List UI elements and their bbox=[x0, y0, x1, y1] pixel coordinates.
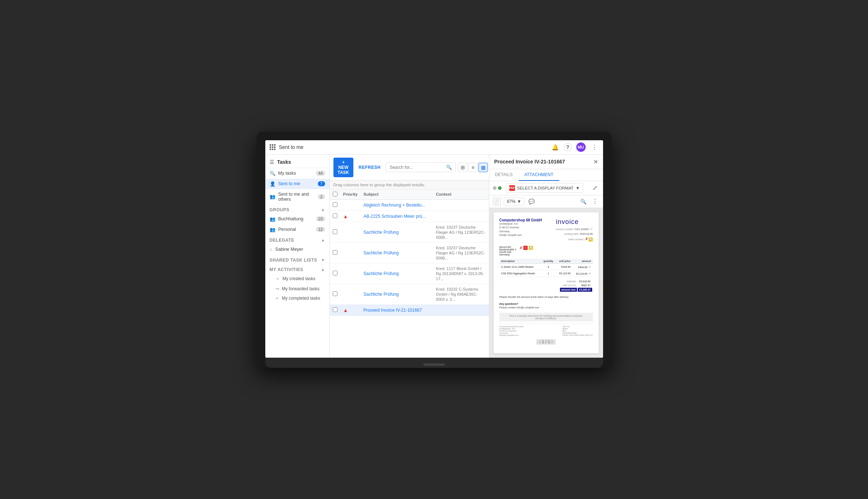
detail-header: Proceed Invoice IV-21-101667 ✕ bbox=[489, 155, 603, 169]
page-total: 1 bbox=[548, 340, 550, 344]
row-checkbox-3[interactable] bbox=[333, 229, 337, 234]
col-description: description bbox=[499, 259, 541, 264]
vat-label: VAT (19 %) bbox=[560, 284, 577, 287]
format-select-button[interactable]: PDF SELECT A DISPLAY FORMAT ▼ bbox=[506, 183, 583, 193]
chevron-down-icon: ▼ bbox=[576, 186, 580, 190]
sample-banner: This is a sample document for training a… bbox=[499, 313, 593, 321]
page-current: 1 bbox=[542, 340, 544, 344]
row-subject-1[interactable]: Abgleich Rechnung + Bestellu... bbox=[361, 199, 433, 211]
page-nav[interactable]: ‹ 1 / 1 › bbox=[536, 339, 556, 345]
sidebar-title: Tasks bbox=[277, 159, 291, 165]
table-row[interactable]: ▲ AB-2225 Schrauben Meier prü... bbox=[330, 211, 489, 222]
search-box: 🔍 bbox=[386, 162, 456, 172]
col-priority-header[interactable]: Priority bbox=[340, 190, 361, 200]
row-subject-4[interactable]: Sachliche Prüfung bbox=[361, 242, 433, 263]
view-btn-list[interactable]: ≡ bbox=[468, 163, 478, 172]
sidebar-item-sabine-meyer[interactable]: ○ Sabine Meyer bbox=[265, 244, 329, 255]
table-row[interactable]: Abgleich Rechnung + Bestellu... bbox=[330, 199, 489, 211]
help-icon[interactable]: ? bbox=[564, 143, 572, 151]
task-table: Priority Subject Context Abgleich Rechnu… bbox=[330, 190, 489, 358]
detail-tabs: DETAILS ATTACHMENT bbox=[489, 169, 603, 181]
sidebar-item-sent-to-me[interactable]: 👤 Sent to me 7 bbox=[265, 179, 329, 189]
dot-gray bbox=[493, 186, 497, 190]
row-subject-6[interactable]: Sachliche Prüfung bbox=[361, 284, 433, 304]
table-row[interactable]: ▲ Proceed Invoice IV-21-101667 bbox=[330, 304, 489, 316]
badge-my-tasks: 44 bbox=[316, 171, 325, 176]
table-row[interactable]: Sachliche Prüfung Kred. 1117 Blonk GmbH … bbox=[330, 263, 489, 284]
search-doc-icon[interactable]: 🔍 bbox=[579, 197, 588, 206]
screen: Sent to me 🔔 ? MU ⋮ ☰ Tasks 🔍 My task bbox=[265, 140, 603, 358]
table-row[interactable]: Sachliche Prüfung Kred. 10232 C-Systems … bbox=[330, 284, 489, 304]
comment-icon[interactable]: 💬 bbox=[527, 197, 535, 205]
tab-attachment[interactable]: ATTACHMENT bbox=[519, 169, 559, 181]
check-mark-1: ✓ bbox=[590, 227, 593, 231]
row-subject-2[interactable]: AB-2225 Schrauben Meier prü... bbox=[361, 211, 433, 222]
sidebar-item-sent-to-me-and-others[interactable]: 👥 Sent to me and others 2 bbox=[265, 189, 329, 204]
row-checkbox-5[interactable] bbox=[333, 271, 337, 275]
tab-details[interactable]: DETAILS bbox=[489, 169, 519, 181]
row-checkbox-1[interactable] bbox=[333, 202, 337, 207]
row-checkbox-4[interactable] bbox=[333, 250, 337, 255]
annotation-bubble-3: 💬 bbox=[529, 246, 533, 250]
zoom-selector[interactable]: 87% ▼ bbox=[504, 197, 525, 205]
row-subject-7[interactable]: Proceed Invoice IV-21-101667 bbox=[361, 304, 433, 316]
chevron-groups-icon[interactable]: ▲ bbox=[321, 208, 325, 212]
sidebar-item-buchhaltung[interactable]: 👥 Buchhaltung 23 bbox=[265, 214, 329, 224]
page-view-icon[interactable]: 📄 bbox=[493, 197, 501, 205]
invoice-company-block: Computershop 68 GmbH Schildarpstr. 6-8 D… bbox=[499, 218, 542, 237]
fullscreen-icon[interactable]: ⤢ bbox=[591, 184, 599, 192]
row-checkbox-7[interactable] bbox=[333, 307, 337, 312]
row-subject-5[interactable]: Sachliche Prüfung bbox=[361, 263, 433, 284]
recipient-address: docurs AG Musterstraße 1 24145 Kiel Germ… bbox=[499, 246, 516, 256]
badge-sent-to-me-and-others: 2 bbox=[318, 194, 325, 199]
sidebar-item-my-forwarded-tasks[interactable]: ↪ My forwarded tasks bbox=[265, 284, 329, 294]
more-menu-icon[interactable]: ⋮ bbox=[590, 143, 599, 151]
col-context-header[interactable]: Context bbox=[433, 190, 489, 200]
sidebar-item-my-created-tasks[interactable]: ＋ My created tasks bbox=[265, 274, 329, 284]
table-row[interactable]: Sachliche Prüfung Kred. 10237 Deutsche F… bbox=[330, 222, 489, 242]
status-dots bbox=[493, 186, 502, 190]
pdf-icon: PDF bbox=[509, 185, 515, 191]
badge-sent-to-me: 7 bbox=[318, 181, 325, 186]
avatar[interactable]: MU bbox=[576, 142, 586, 152]
item-desc-2: CSE 9532 Aggregation Router bbox=[499, 270, 541, 277]
order-num-label: order number: bbox=[568, 238, 584, 241]
chevron-delegate-icon[interactable]: ▲ bbox=[321, 238, 325, 242]
page-next-icon[interactable]: › bbox=[551, 340, 552, 344]
page-prev-icon[interactable]: ‹ bbox=[539, 340, 540, 344]
row-checkbox-2[interactable] bbox=[333, 213, 337, 218]
vat-value: €687.57 bbox=[578, 284, 592, 287]
refresh-button[interactable]: REFRESH bbox=[356, 163, 383, 172]
addr-line-1: Schildarpstr. 6-8 bbox=[499, 222, 542, 226]
row-context-5: Kred. 1117 Blonk GmbH / Rg 2013/80587 v.… bbox=[433, 263, 489, 284]
attachment-toolbar: PDF SELECT A DISPLAY FORMAT ▼ ⤢ bbox=[489, 181, 603, 195]
search-input[interactable] bbox=[390, 165, 444, 170]
view-btn-detail[interactable]: ▦ bbox=[478, 163, 488, 172]
laptop-bottom bbox=[265, 358, 603, 368]
more-doc-icon[interactable]: ⋮ bbox=[591, 197, 599, 206]
row-subject-3[interactable]: Sachliche Prüfung bbox=[361, 222, 433, 242]
sidebar-item-my-completed-tasks[interactable]: ✓ My completed tasks bbox=[265, 294, 329, 303]
group-icon-buchhaltung: 👥 bbox=[270, 216, 275, 222]
search-icon: 🔍 bbox=[270, 171, 275, 176]
row-checkbox-6[interactable] bbox=[333, 291, 337, 296]
amount-due-label: amount due bbox=[560, 288, 577, 292]
col-unit-price: unit price bbox=[556, 259, 572, 264]
select-all-checkbox[interactable] bbox=[333, 192, 337, 196]
col-subject-header[interactable]: Subject bbox=[361, 190, 433, 200]
col-checkbox-header bbox=[330, 190, 340, 200]
grid-icon[interactable] bbox=[270, 144, 275, 150]
sidebar-item-personal[interactable]: 👥 Personal 12 bbox=[265, 224, 329, 235]
chevron-shared-icon[interactable]: ▼ bbox=[321, 258, 325, 262]
chevron-activities-icon[interactable]: ▲ bbox=[321, 267, 325, 271]
sidebar-item-my-tasks[interactable]: 🔍 My tasks 44 bbox=[265, 168, 329, 179]
laptop-frame: Sent to me 🔔 ? MU ⋮ ☰ Tasks 🔍 My task bbox=[257, 132, 612, 368]
view-btn-grid[interactable]: ⊞ bbox=[458, 163, 468, 172]
table-row[interactable]: Sachliche Prüfung Kred. 10237 Deutsche F… bbox=[330, 242, 489, 263]
invoice-container: Computershop 68 GmbH Schildarpstr. 6-8 D… bbox=[489, 208, 603, 358]
row-priority-6 bbox=[340, 284, 361, 304]
row-priority-2: ▲ bbox=[340, 211, 361, 222]
close-button[interactable]: ✕ bbox=[593, 158, 598, 165]
new-task-button[interactable]: + NEW TASK bbox=[333, 158, 354, 177]
bell-icon[interactable]: 🔔 bbox=[551, 143, 560, 151]
